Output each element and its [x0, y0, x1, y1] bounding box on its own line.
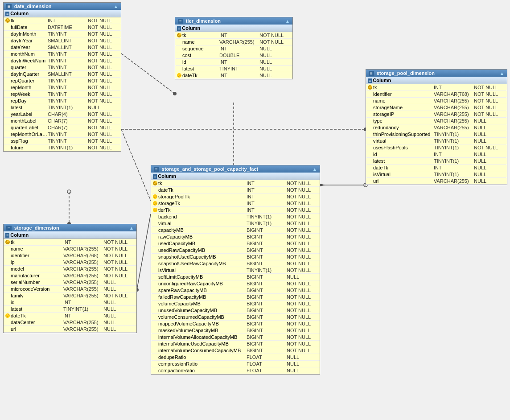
table-row: identifier VARCHAR(768) NOT NULL	[4, 252, 136, 259]
col-name-text: volumeCapacityMB	[158, 301, 201, 306]
table-header-storage_pool_dimension[interactable]: ≡ storage_pool_dimension ▲	[366, 70, 507, 77]
table-header-tier_dimension[interactable]: ≡ tier_dimension ▲	[175, 17, 292, 25]
col-type: CHAR(7)	[48, 125, 88, 130]
col-name-text: internalVolumeUsedCapacityMB	[158, 341, 229, 346]
col-null: NOT NULL	[88, 45, 119, 50]
col-name-text: sspFlag	[11, 138, 28, 144]
col-null: NULL	[474, 152, 505, 157]
col-null: NOT NULL	[287, 321, 318, 326]
col-type: TINYINT	[48, 78, 88, 83]
col-null: NULL	[259, 46, 291, 51]
col-null: NULL	[474, 138, 505, 144]
col-name-text: tk	[373, 85, 377, 90]
table-row: monthLabel CHAR(7) NOT NULL	[4, 118, 121, 124]
col-name-text: latest	[373, 158, 385, 164]
table-row: dateYear SMALLINT NOT NULL	[4, 44, 121, 51]
svg-point-1	[173, 92, 177, 95]
col-null: NOT NULL	[103, 259, 135, 265]
col-type: VARCHAR(768)	[63, 253, 103, 258]
table-row: usedCapacityMB BIGINT NOT NULL	[151, 240, 320, 247]
col-null: NOT NULL	[88, 98, 119, 103]
col-type: BIGINT	[247, 308, 287, 313]
table-storage_dimension: ≡ storage_dimension ▲ ≡Column 🔑 tk INT N…	[3, 224, 137, 333]
col-name-text: url	[11, 326, 16, 332]
table-row: dedupeRatio FLOAT NULL	[151, 354, 320, 361]
col-name-text: ip	[11, 259, 15, 265]
col-type: TINYINT	[48, 91, 88, 97]
col-type: VARCHAR(255)	[434, 111, 474, 117]
table-row: 🔑 dateTk INT NULL	[4, 313, 136, 319]
col-type: BIGINT	[247, 341, 287, 346]
col-name-text: maskedVolumeCapacityMB	[158, 328, 218, 333]
col-null: NOT NULL	[88, 51, 119, 57]
col-null: NOT NULL	[259, 39, 291, 45]
col-null: NOT NULL	[287, 288, 318, 293]
col-null: NOT NULL	[287, 234, 318, 239]
col-null: NULL	[103, 320, 135, 325]
col-type: CHAR(7)	[48, 118, 88, 124]
col-name-text: yearLabel	[11, 111, 32, 117]
table-row: repMonth TINYINT NOT NULL	[4, 84, 121, 91]
col-null: NOT NULL	[103, 239, 135, 245]
col-name-text: quarterLabel	[11, 125, 38, 130]
col-type: INT	[434, 165, 474, 170]
col-null: NOT NULL	[103, 253, 135, 258]
col-null: NOT NULL	[88, 58, 119, 63]
col-name-text: thinProvisioningSupported	[373, 132, 430, 137]
col-type: TINYINT(1)	[247, 214, 287, 219]
col-type: SMALLINT	[48, 45, 88, 50]
col-name-text: storagePoolTk	[158, 194, 190, 199]
col-name-text: storageTk	[158, 201, 180, 206]
table-row: rawCapacityMB BIGINT NOT NULL	[151, 234, 320, 240]
col-type: TINYINT	[48, 51, 88, 57]
table-row: virtual TINYINT(1) NOT NULL	[151, 220, 320, 227]
table-title-storage_pool_dimension: storage_pool_dimension	[377, 70, 435, 76]
table-row: backend TINYINT(1) NOT NULL	[151, 214, 320, 220]
col-name-text: isVirtual	[158, 268, 176, 273]
col-null: NULL	[474, 165, 505, 170]
table-header-storage_and_storage_pool_capacity_fact[interactable]: ≡ storage_and_storage_pool_capacity_fact…	[151, 165, 320, 173]
col-type: TINYINT	[48, 98, 88, 103]
col-null: NOT NULL	[88, 25, 119, 30]
col-null: NOT NULL	[287, 301, 318, 306]
table-header-date_dimension[interactable]: ≡ date_dimension ▲	[4, 3, 121, 10]
resize-icon-storage_dimension: ▲	[129, 226, 134, 231]
table-row: unconfiguredRawCapacityMB BIGINT NOT NUL…	[151, 280, 320, 287]
svg-line-2	[121, 129, 151, 201]
col-type: BIGINT	[247, 234, 287, 239]
col-null: NOT NULL	[88, 125, 119, 130]
col-type: VARCHAR(255)	[63, 266, 103, 272]
col-type: VARCHAR(255)	[63, 280, 103, 285]
col-null: NOT NULL	[88, 91, 119, 97]
col-null: NULL	[103, 306, 135, 312]
table-row: future TINYINT(1) NOT NULL	[4, 144, 121, 151]
col-null: NOT NULL	[88, 65, 119, 70]
col-null: NOT NULL	[474, 111, 505, 117]
col-null: NULL	[259, 59, 291, 65]
col-type: TINYINT(1)	[247, 268, 287, 273]
col-name-text: compactionRatio	[158, 368, 195, 373]
table-row: fullDate DATETIME NOT NULL	[4, 24, 121, 31]
col-name-text: tk	[182, 33, 186, 38]
table-row: dayInQuarter SMALLINT NOT NULL	[4, 71, 121, 78]
col-name-text: rawCapacityMB	[158, 234, 193, 239]
col-name-text: name	[182, 39, 195, 45]
table-row: latest TINYINT(1) NULL	[4, 306, 136, 313]
table-row: quarterLabel CHAR(7) NOT NULL	[4, 124, 121, 131]
table-row: failedRawCapacityMB BIGINT NOT NULL	[151, 294, 320, 301]
col-type: INT	[434, 85, 474, 90]
col-null: NOT NULL	[103, 246, 135, 251]
col-name-text: id	[182, 59, 186, 65]
col-null: NOT NULL	[88, 38, 119, 43]
col-null: NULL	[474, 158, 505, 164]
col-null: NOT NULL	[287, 181, 318, 186]
table-row: microcodeVersion VARCHAR(255) NULL	[4, 286, 136, 292]
table-header-storage_dimension[interactable]: ≡ storage_dimension ▲	[4, 224, 136, 231]
table-row: 🔑 tk INT NOT NULL	[175, 32, 292, 39]
col-name-text: tk	[11, 18, 15, 23]
table-row: dayInYear SMALLINT NOT NULL	[4, 37, 121, 44]
col-null: NOT NULL	[287, 247, 318, 253]
col-name-text: dayInYear	[11, 38, 33, 43]
col-name-text: unusedVolumeCapacityMB	[158, 308, 217, 313]
col-null: NULL	[287, 354, 318, 360]
